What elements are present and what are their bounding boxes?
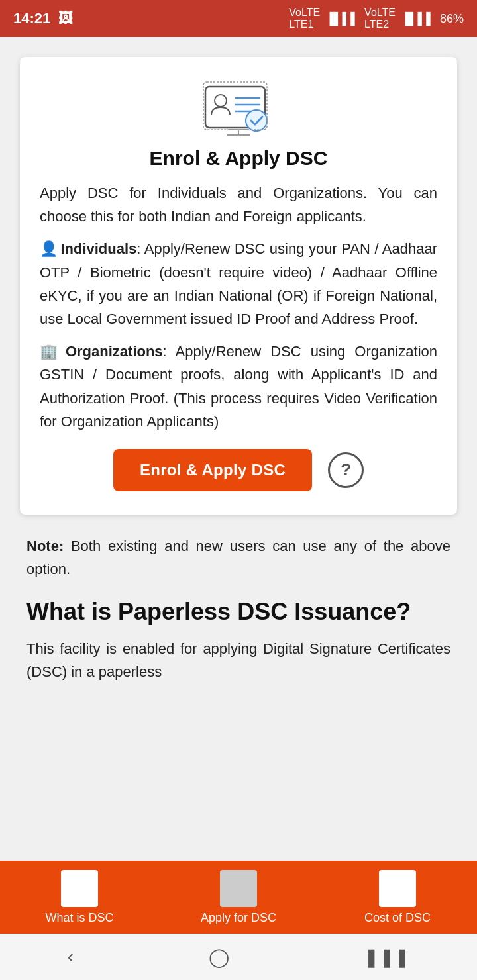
recents-button[interactable]: ❚❚❚	[364, 946, 409, 968]
svg-point-5	[246, 110, 267, 131]
building-icon	[40, 343, 66, 360]
dsc-card: Enrol & Apply DSC Apply DSC for Individu…	[20, 57, 457, 514]
card-icon-container	[40, 77, 437, 136]
battery-icon: 86%	[440, 12, 464, 26]
organizations-paragraph: Organizations: Apply/Renew DSC using Org…	[40, 340, 437, 433]
intro-paragraph: Apply DSC for Individuals and Organizati…	[40, 181, 437, 228]
card-title: Enrol & Apply DSC	[40, 147, 437, 170]
signal-volte-2: VoLTELTE2	[364, 7, 396, 30]
time-display: 14:21	[13, 10, 50, 27]
individuals-heading: Individuals	[60, 240, 136, 257]
home-button[interactable]: ◯	[209, 946, 229, 968]
individuals-paragraph: Individuals: Apply/Renew DSC using your …	[40, 237, 437, 330]
bottom-nav: What is DSC Apply for DSC Cost of DSC	[0, 861, 477, 934]
person-icon	[40, 240, 60, 257]
back-button[interactable]: ‹	[68, 946, 74, 967]
note-text: Note: Both existing and new users can us…	[26, 534, 450, 581]
organizations-heading: Organizations	[66, 343, 163, 360]
signal-bars-1: ▐▌▌▌	[325, 12, 359, 26]
main-content: Enrol & Apply DSC Apply DSC for Individu…	[0, 37, 477, 697]
signal-bars-2: ▐▌▌▌	[401, 12, 435, 26]
note-section: Note: Both existing and new users can us…	[20, 534, 457, 581]
help-button[interactable]: ?	[328, 452, 364, 488]
photo-icon: 🖼	[58, 10, 73, 27]
dsc-illustration-icon	[202, 77, 275, 136]
card-button-row: Enrol & Apply DSC ?	[40, 449, 437, 491]
nav-item-cost-dsc[interactable]: Cost of DSC	[318, 870, 477, 925]
paperless-body-text: This facility is enabled for applying Di…	[26, 637, 450, 683]
nav-label-cost-dsc: Cost of DSC	[364, 911, 431, 925]
paperless-title: What is Paperless DSC Issuance?	[26, 597, 450, 628]
svg-point-1	[215, 95, 227, 107]
status-bar: 14:21 🖼 VoLTELTE1 ▐▌▌▌ VoLTELTE2 ▐▌▌▌ 86…	[0, 0, 477, 37]
nav-label-what-is-dsc: What is DSC	[45, 911, 113, 925]
nav-icon-apply-dsc	[220, 870, 257, 907]
paperless-title-start: What is	[26, 598, 118, 625]
android-nav-bar: ‹ ◯ ❚❚❚	[0, 934, 477, 980]
nav-item-what-is-dsc[interactable]: What is DSC	[0, 870, 159, 925]
status-icons: VoLTELTE1 ▐▌▌▌ VoLTELTE2 ▐▌▌▌ 86%	[289, 7, 464, 30]
card-body: Apply DSC for Individuals and Organizati…	[40, 181, 437, 433]
note-bold: Note:	[26, 538, 64, 554]
nav-icon-cost-dsc	[379, 870, 416, 907]
nav-item-apply-dsc[interactable]: Apply for DSC	[159, 870, 318, 925]
nav-label-apply-dsc: Apply for DSC	[201, 911, 276, 925]
enrol-apply-button[interactable]: Enrol & Apply DSC	[113, 449, 312, 491]
signal-volte-1: VoLTELTE1	[289, 7, 320, 30]
nav-icon-what-is-dsc	[61, 870, 98, 907]
paperless-section: What is Paperless DSC Issuance? This fac…	[20, 597, 457, 683]
paperless-title-bold: Paperless DSC Issuance	[118, 598, 396, 625]
paperless-title-end: ?	[396, 598, 411, 625]
note-normal: Both existing and new users can use any …	[26, 538, 450, 577]
